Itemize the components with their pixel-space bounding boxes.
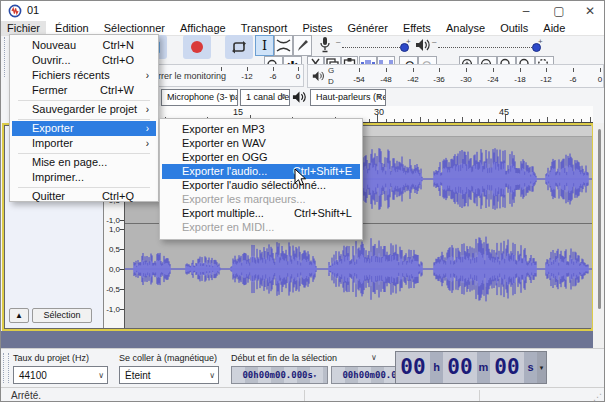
position-seconds-unit: s (524, 352, 537, 383)
menu-item-fichiers-recents[interactable]: Fichiers récents› (12, 68, 156, 83)
chevron-down-icon: ∨ (228, 92, 234, 101)
speaker-icon (312, 70, 325, 82)
selection-toolbar-grip[interactable] (3, 353, 9, 383)
slider-minus-icon: – (432, 37, 436, 46)
playback-meter[interactable]: G D -54 -48 -42 -36 -30 -24 -18 -12 -6 0 (307, 64, 604, 88)
chevron-down-icon: ∨ (98, 371, 104, 380)
menu-item-exporter[interactable]: Exporter› (12, 121, 156, 136)
playback-volume-thumb[interactable] (532, 43, 541, 52)
selection-tool-button[interactable]: I (255, 35, 274, 56)
menu-item-export-multiple[interactable]: Export multiple...Ctrl+Shift+L (162, 206, 360, 221)
spinner-icon[interactable]: ▾ (537, 352, 546, 383)
playback-meter-scale-label: -30 (460, 75, 472, 84)
playback-meter-scale-label: -12 (540, 75, 552, 84)
menu-item-exporter-les-marqueurs[interactable]: Exporter les marqueurs... (162, 192, 360, 207)
menu-selectionner[interactable]: Sélectionner (98, 21, 171, 35)
record-icon (191, 41, 203, 53)
minimize-button[interactable]: – (511, 2, 541, 20)
submenu-arrow-icon: › (146, 68, 149, 83)
record-volume-thumb[interactable] (400, 43, 409, 52)
menu-item-mise-en-page[interactable]: Mise en page... (12, 155, 156, 170)
project-rate-value: 44100 (19, 370, 47, 381)
menu-item-exporter-en-mp3[interactable]: Exporter en MP3 (162, 122, 360, 137)
menu-outils[interactable]: Outils (494, 21, 534, 35)
menu-item-exporter-en-wav[interactable]: Exporter en WAV (162, 136, 360, 151)
menu-item-exporter-en-ogg[interactable]: Exporter en OGG (162, 150, 360, 165)
slider-minus-icon: – (336, 37, 340, 46)
titlebar[interactable]: 01 – ▢ ✕ (1, 1, 604, 21)
speaker-icon (292, 90, 307, 104)
playback-meter-scale-label: -54 (353, 75, 365, 84)
selection-start-field[interactable]: 00h00m00.000s▾ (231, 366, 328, 384)
menu-item-sauvegarder-le-projet[interactable]: Sauvegarder le projet› (12, 102, 156, 117)
menu-effets[interactable]: Effets (397, 21, 437, 35)
menu-item-ouvrir[interactable]: Ouvrir...Ctrl+O (12, 53, 156, 68)
playback-device-select[interactable]: Haut-parleurs (Rea ∨ (310, 89, 386, 106)
statusbar: Arrêté. ⋰ (1, 387, 604, 402)
playback-meter-scale-label: 0 (598, 75, 602, 84)
meter-channel-left-label: G (328, 66, 334, 75)
vertical-scrollbar[interactable] (593, 123, 605, 331)
menu-transport[interactable]: Transport (235, 21, 294, 35)
envelope-tool-button[interactable] (274, 35, 293, 56)
menu-item-exporter-en-midi[interactable]: Exporter en MIDI... (162, 220, 360, 235)
position-hours-unit: h (430, 352, 443, 383)
recording-device-select[interactable]: Microphone (3- pa ∨ (161, 89, 238, 106)
menu-item-imprimer[interactable]: Imprimer... (12, 170, 156, 185)
chevron-down-icon: ∨ (209, 371, 215, 380)
ibeam-icon: I (262, 38, 267, 53)
maximize-button[interactable]: ▢ (544, 2, 574, 20)
recording-channels-select[interactable]: 1 canal d'e ∨ (240, 89, 290, 106)
menu-analyse[interactable]: Analyse (440, 21, 491, 35)
track-select-button[interactable]: Sélection (32, 308, 92, 323)
record-meter-scale-label: -6 (269, 72, 276, 81)
snap-to-select[interactable]: Éteint ∨ (119, 366, 219, 384)
audacity-window: 01 – ▢ ✕ Fichier Édition Sélectionner Af… (0, 0, 605, 402)
playback-meter-scale-label: -6 (569, 75, 576, 84)
mouse-cursor (294, 168, 307, 187)
menu-pistes[interactable]: Pistes (296, 21, 338, 35)
menu-item-exporter-laudio[interactable]: Exporter l'audio...Ctrl+Shift+E (162, 164, 360, 179)
menu-edition[interactable]: Édition (49, 21, 95, 35)
microphone-icon (318, 36, 332, 54)
record-volume-slider[interactable] (342, 47, 408, 48)
menu-item-nouveau[interactable]: NouveauCtrl+N (12, 38, 156, 53)
menu-item-importer[interactable]: Importer› (12, 136, 156, 151)
status-text: Arrêté. (11, 390, 41, 401)
project-rate-label: Taux du projet (Hz) (13, 353, 89, 363)
playback-meter-scale-label: -42 (407, 75, 419, 84)
chevron-down-icon: ∨ (280, 92, 286, 101)
spinner-icon[interactable]: ▾ (313, 372, 317, 379)
position-seconds[interactable]: 00 (490, 352, 524, 383)
audio-position-display[interactable]: 00 h 00 m 00 s ▾ (395, 351, 547, 384)
close-button[interactable]: ✕ (575, 2, 605, 20)
selection-start-value: 00h00m00.000s (242, 370, 312, 380)
menu-fichier[interactable]: Fichier (1, 21, 46, 35)
menu-item-exporter-laudio-selectionne[interactable]: Exporter l'audio sélectionné... (162, 178, 360, 193)
vertical-scrollbar-thumb[interactable] (598, 129, 601, 309)
snap-to-value: Éteint (125, 370, 151, 381)
menu-generer[interactable]: Générer (342, 21, 394, 35)
record-button[interactable] (183, 35, 211, 59)
menu-aide[interactable]: Aide (537, 21, 571, 35)
below-tracks-area (1, 331, 593, 348)
speaker-icon (415, 38, 431, 52)
resize-grip[interactable]: ⋰ (593, 392, 602, 402)
playback-volume-slider[interactable] (438, 47, 536, 48)
collapse-track-button[interactable]: ▲ (9, 308, 29, 323)
menu-item-fermer[interactable]: FermerCtrl+W (12, 83, 156, 98)
project-rate-select[interactable]: 44100 ∨ (13, 366, 108, 384)
position-minutes[interactable]: 00 (443, 352, 477, 383)
menu-affichage[interactable]: Affichage (174, 21, 232, 35)
window-title: 01 (27, 4, 39, 16)
loop-button[interactable] (225, 35, 253, 59)
submenu-arrow-icon: › (146, 136, 149, 151)
timeline-label: 15 (233, 107, 243, 117)
position-hours[interactable]: 00 (396, 352, 430, 383)
playback-meter-scale-label: -18 (514, 75, 526, 84)
timeline-label: 30 (374, 107, 384, 117)
chevron-down-icon: ∨ (376, 92, 382, 101)
menu-item-quitter[interactable]: QuitterCtrl+Q (12, 189, 156, 204)
draw-tool-button[interactable] (293, 35, 312, 56)
playback-meter-scale-label: -24 (487, 75, 499, 84)
